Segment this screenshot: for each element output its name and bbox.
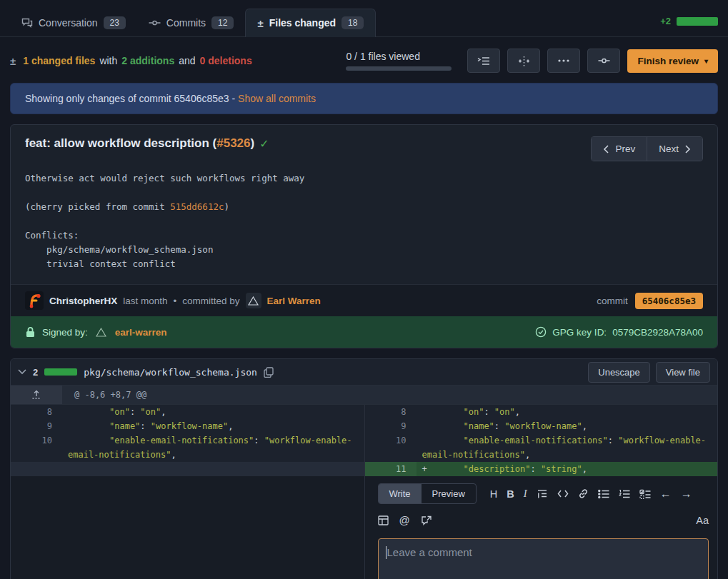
prev-commit-button[interactable]: Prev [592,137,647,161]
line-number[interactable]: 8 [11,405,62,419]
code-line: "on": "on", [417,405,718,419]
diff-left-filler [11,476,364,579]
split-view-toggle-button[interactable] [507,49,540,73]
diff-row: 9 "name": "workflow-name", [11,419,364,433]
lock-icon [25,326,36,338]
files-count-badge: 18 [341,16,364,29]
indent-left-icon[interactable]: ← [660,488,672,500]
file-diff-box: 2 pkg/schema/workflow_schema.json Unesca… [10,358,718,579]
line-number[interactable]: 9 [365,419,417,433]
table-icon[interactable] [378,515,389,525]
file-path[interactable]: pkg/schema/workflow_schema.json [84,367,257,378]
commit-title-text: feat: allow workflow description ( [25,136,216,150]
commit-time: last month [123,296,167,306]
tab-commits[interactable]: Commits 12 [137,9,246,36]
author-avatar[interactable] [25,291,44,310]
diff-right-column: 8 "on": "on", 9 "name": "workflow-name",… [364,405,718,579]
author-name-link[interactable]: ChristopherHX [49,296,117,306]
diff-options-button[interactable] [547,49,580,73]
summary-text-and: and [179,55,195,66]
line-number[interactable]: 8 [365,405,417,419]
quote-icon[interactable] [537,489,548,499]
diffstat-bar [677,17,718,26]
commit-nav: Prev Next [591,136,703,161]
code-line: "name": "workflow-name", [62,419,364,433]
diff-row: 8 "on": "on", [365,405,718,419]
additions-count: 2 additions [121,55,174,66]
committer-avatar[interactable] [246,293,261,308]
changes-summary: ± 1 changed files with 2 additions and 0… [10,55,252,67]
diffstat: +2 [660,16,718,36]
text-cursor [386,546,387,559]
conflict-note: trivial context conflict [25,258,176,269]
tab-files-changed[interactable]: ± Files changed 18 [245,9,376,37]
comment-input[interactable] [378,538,709,579]
diff-icon: ± [257,18,263,29]
chevron-left-icon [603,145,609,153]
line-number[interactable]: 9 [11,419,62,433]
inline-comment-editor: Write Preview H B I [365,476,718,579]
signed-by-label: Signed by: [42,327,88,338]
view-file-button[interactable]: View file [656,362,710,383]
code-icon[interactable] [557,489,569,498]
italic-icon[interactable]: I [524,488,527,500]
monospace-toggle[interactable]: Aa [696,515,709,526]
bold-icon[interactable]: B [507,488,514,500]
tab-preview[interactable]: Preview [422,484,476,503]
code-line: "on": "on", [62,405,364,419]
chevron-right-icon [684,145,691,153]
commit-sha-badge[interactable]: 65406c85e3 [635,293,703,309]
task-list-icon[interactable] [639,489,651,499]
file-tree-toggle-button[interactable] [467,49,500,73]
commits-count-badge: 12 [211,16,234,29]
link-icon[interactable] [578,488,589,499]
commit-label: commit [597,296,628,306]
signature-row: Signed by: earl-warren GPG key ID: 0579C… [11,316,717,348]
hunk-header: @ -8,6 +8,7 @@ [11,386,717,405]
editor-mode-tabs: Write Preview [378,483,477,504]
expand-hunk-button[interactable] [11,386,62,404]
committer-name-link[interactable]: Earl Warren [267,296,321,306]
code-line: "enable-email-notifications": "workflow-… [62,433,364,462]
conversation-count-badge: 23 [104,16,126,29]
cherry-pick-hash-link[interactable]: 515dd6612c [170,201,224,212]
files-viewed-progress: 0 / 1 files viewed [346,51,452,71]
line-number[interactable]: 11 [365,462,417,476]
gpg-key-label: GPG key ID: [552,327,607,338]
finish-review-button[interactable]: Finish review ▾ [627,49,718,73]
select-commit-button[interactable] [587,49,620,73]
reference-icon[interactable] [421,515,432,525]
show-all-commits-link[interactable]: Show all commits [238,93,316,104]
triangle-avatar-icon [96,328,106,337]
line-number[interactable]: 10 [11,433,62,462]
tab-write[interactable]: Write [379,484,422,503]
ellipsis-icon [558,59,569,62]
status-check-icon[interactable]: ✓ [259,137,269,151]
indent-right-icon[interactable]: → [681,488,692,500]
commit-icon [149,17,161,29]
signer-avatar[interactable] [94,325,109,339]
next-commit-button[interactable]: Next [647,137,702,161]
line-number[interactable]: 10 [365,433,417,462]
signer-name-link[interactable]: earl-warren [115,327,167,338]
issue-link[interactable]: #5326 [216,136,250,150]
heading-icon[interactable]: H [490,488,497,500]
commit-icon [598,55,610,66]
diff-row: 9 "name": "workflow-name", [365,419,718,433]
committed-by-label: committed by [182,296,239,306]
collapse-file-chevron-icon[interactable] [18,369,26,375]
tab-conversation[interactable]: Conversation 23 [10,9,137,36]
comment-box [378,538,709,579]
commit-author-row: ChristopherHX last month • committed by … [11,284,717,316]
files-viewed-label: 0 / 1 files viewed [346,51,420,62]
numbered-list-icon[interactable] [619,489,630,499]
file-list-icon [477,56,490,66]
bullet-list-icon[interactable] [598,489,609,499]
unescape-button[interactable]: Unescape [588,362,650,383]
separator-dot: • [174,296,177,306]
copy-path-icon[interactable] [264,367,274,378]
mention-icon[interactable]: @ [399,514,410,526]
changed-files-count: 1 changed files [23,55,95,66]
commit-title-close: ) [251,136,255,150]
commit-filter-banner: Showing only changes of commit 65406c85e… [10,83,718,114]
